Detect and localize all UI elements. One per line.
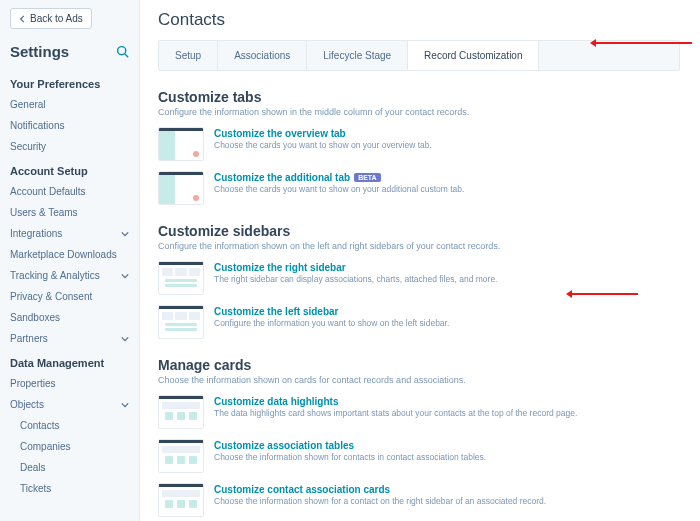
tab-record-customization[interactable]: Record Customization: [408, 41, 539, 70]
page-title: Contacts: [158, 10, 680, 30]
chevron-down-icon: [121, 335, 129, 343]
chevron-down-icon: [121, 272, 129, 280]
sidebar-item-tracking[interactable]: Tracking & Analytics: [0, 265, 139, 286]
sidebar-item-security[interactable]: Security: [0, 136, 139, 157]
sidebar-item-tickets[interactable]: Tickets: [0, 478, 139, 499]
card-row: Customize the overview tab Choose the ca…: [158, 127, 680, 161]
sidebar-item-account-defaults[interactable]: Account Defaults: [0, 181, 139, 202]
card-row: Customize the additional tab BETA Choose…: [158, 171, 680, 205]
main-content: Contacts Setup Associations Lifecycle St…: [140, 0, 700, 521]
section-title: Manage cards: [158, 357, 680, 373]
sidebar-item-general[interactable]: General: [0, 94, 139, 115]
group-data-title: Data Management: [0, 349, 139, 373]
card-desc: Configure the information you want to sh…: [214, 318, 680, 329]
svg-point-0: [118, 47, 126, 55]
sidebar-item-partners[interactable]: Partners: [0, 328, 139, 349]
sidebar-item-objects[interactable]: Objects: [0, 394, 139, 415]
section-desc: Choose the information shown on cards fo…: [158, 375, 680, 385]
group-account-title: Account Setup: [0, 157, 139, 181]
preview-thumbnail: [158, 171, 204, 205]
sidebar-item-deals[interactable]: Deals: [0, 457, 139, 478]
settings-sidebar: Back to Ads Settings Your Preferences Ge…: [0, 0, 140, 521]
card-desc: The right sidebar can display associatio…: [214, 274, 680, 285]
preview-thumbnail: [158, 395, 204, 429]
annotation-arrow: [592, 42, 692, 44]
customize-association-tables-link[interactable]: Customize association tables: [214, 440, 354, 451]
sidebar-item-properties[interactable]: Properties: [0, 373, 139, 394]
customize-sidebars-section: Customize sidebars Configure the informa…: [158, 223, 680, 339]
card-row: Customize the left sidebar Configure the…: [158, 305, 680, 339]
search-icon[interactable]: [116, 45, 129, 58]
svg-line-1: [125, 54, 128, 57]
preview-thumbnail: [158, 261, 204, 295]
customize-tabs-section: Customize tabs Configure the information…: [158, 89, 680, 205]
sidebar-item-sandboxes[interactable]: Sandboxes: [0, 307, 139, 328]
customize-left-sidebar-link[interactable]: Customize the left sidebar: [214, 306, 338, 317]
tab-setup[interactable]: Setup: [159, 41, 218, 70]
beta-badge: BETA: [354, 173, 381, 182]
annotation-arrow: [568, 293, 638, 295]
back-label: Back to Ads: [30, 13, 83, 24]
card-desc: The data highlights card shows important…: [214, 408, 680, 419]
card-desc: Choose the information shown for a conta…: [214, 496, 680, 507]
preview-thumbnail: [158, 439, 204, 473]
group-prefs-title: Your Preferences: [0, 70, 139, 94]
section-title: Customize sidebars: [158, 223, 680, 239]
preview-thumbnail: [158, 305, 204, 339]
tabs-container: Setup Associations Lifecycle Stage Recor…: [158, 40, 680, 71]
manage-cards-section: Manage cards Choose the information show…: [158, 357, 680, 517]
tab-lifecycle[interactable]: Lifecycle Stage: [307, 41, 408, 70]
sidebar-title: Settings: [10, 43, 69, 60]
chevron-left-icon: [19, 15, 27, 23]
card-row: Customize association tables Choose the …: [158, 439, 680, 473]
sidebar-item-notifications[interactable]: Notifications: [0, 115, 139, 136]
section-desc: Configure the information shown in the m…: [158, 107, 680, 117]
sidebar-item-marketplace[interactable]: Marketplace Downloads: [0, 244, 139, 265]
sidebar-item-privacy[interactable]: Privacy & Consent: [0, 286, 139, 307]
card-desc: Choose the information shown for contact…: [214, 452, 680, 463]
customize-data-highlights-link[interactable]: Customize data highlights: [214, 396, 338, 407]
sidebar-item-contacts[interactable]: Contacts: [0, 415, 139, 436]
sidebar-item-companies[interactable]: Companies: [0, 436, 139, 457]
sidebar-item-integrations[interactable]: Integrations: [0, 223, 139, 244]
tab-associations[interactable]: Associations: [218, 41, 307, 70]
customize-additional-link[interactable]: Customize the additional tab BETA: [214, 172, 381, 183]
section-desc: Configure the information shown on the l…: [158, 241, 680, 251]
section-title: Customize tabs: [158, 89, 680, 105]
customize-right-sidebar-link[interactable]: Customize the right sidebar: [214, 262, 346, 273]
customize-contact-association-link[interactable]: Customize contact association cards: [214, 484, 390, 495]
card-desc: Choose the cards you want to show on you…: [214, 140, 680, 151]
card-row: Customize contact association cards Choo…: [158, 483, 680, 517]
chevron-down-icon: [121, 401, 129, 409]
back-to-ads-button[interactable]: Back to Ads: [10, 8, 92, 29]
chevron-down-icon: [121, 230, 129, 238]
card-row: Customize data highlights The data highl…: [158, 395, 680, 429]
card-desc: Choose the cards you want to show on you…: [214, 184, 680, 195]
preview-thumbnail: [158, 127, 204, 161]
customize-overview-link[interactable]: Customize the overview tab: [214, 128, 346, 139]
sidebar-item-users-teams[interactable]: Users & Teams: [0, 202, 139, 223]
card-row: Customize the right sidebar The right si…: [158, 261, 680, 295]
preview-thumbnail: [158, 483, 204, 517]
